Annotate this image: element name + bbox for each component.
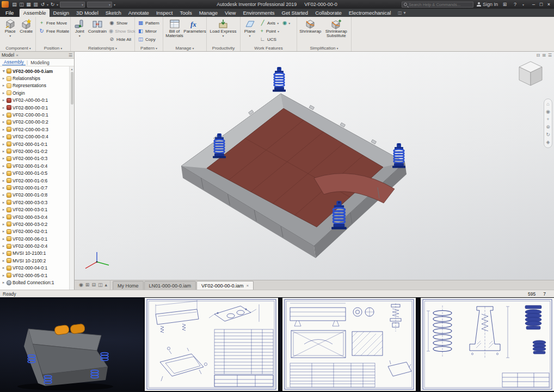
tree-item[interactable]: VF02-A00-00-0:1 (0, 97, 74, 104)
bill-of-materials-button[interactable]: Bill of Materials (165, 18, 184, 39)
expand-arrow-icon[interactable] (2, 266, 5, 270)
close-tab-icon[interactable]: × (247, 283, 249, 288)
tree-item[interactable]: VF02-000-01-0:4 (0, 162, 74, 169)
plane-button[interactable]: Plane ▾ (242, 18, 257, 38)
inventor-logo-icon[interactable] (2, 1, 9, 8)
document-tab[interactable]: VF02-000-00-0.iam × (196, 281, 254, 290)
expand-arrow-icon[interactable] (2, 164, 5, 168)
expand-arrow-icon[interactable] (2, 273, 5, 278)
expand-arrow-icon[interactable] (2, 91, 5, 95)
ribbon-tab[interactable]: Assemble (20, 9, 50, 17)
tree-item[interactable]: VF02-000-01-0:6 (0, 177, 74, 184)
component-panel-label[interactable]: Component▾ (1, 46, 35, 51)
expand-arrow-icon[interactable] (2, 222, 5, 226)
tree-item[interactable]: MVSI 10-2100:1 (0, 250, 74, 257)
tile-grid-icon[interactable]: ⊞ (85, 282, 90, 287)
point-button[interactable]: + Point ▾ (258, 27, 280, 35)
ribbon-tab[interactable]: Tools (176, 9, 195, 17)
ribbon-tab[interactable]: Environments (239, 9, 278, 17)
redo-dropdown-icon[interactable]: ▾ (57, 3, 58, 7)
expand-arrow-icon[interactable] (2, 134, 5, 139)
scrollbar-thumb[interactable] (71, 72, 73, 105)
tree-item[interactable]: VF02-000-04-0:1 (0, 265, 74, 272)
ribbon-tab[interactable]: Annotate (125, 9, 152, 17)
tree-item[interactable]: VF02-B00-00-0:1 (0, 104, 74, 111)
tree-item[interactable]: VF02-000-01-0:1 (0, 140, 74, 148)
expand-arrow-icon[interactable] (2, 251, 5, 255)
document-tab[interactable]: LN01-000-00-0.iam (144, 281, 196, 290)
help-icon[interactable]: ? (512, 1, 519, 8)
create-button[interactable]: Create (19, 18, 34, 34)
expand-arrow-icon[interactable] (2, 76, 5, 81)
ribbon-tab[interactable]: Collaborate (312, 9, 346, 17)
expand-arrow-icon[interactable] (2, 69, 5, 74)
steering-wheel-icon[interactable]: ◉ (546, 109, 550, 114)
tree-item[interactable]: VF02-C00-00-0:2 (0, 119, 74, 126)
zoom-icon[interactable]: ⊕ (546, 125, 550, 130)
pattern-panel-label[interactable]: Pattern▾ (135, 46, 163, 51)
load-express-button[interactable]: Load Express ▾ (208, 18, 238, 38)
appearance-combobox[interactable]: ▾ (87, 2, 112, 8)
joint-button[interactable]: Joint ▾ (72, 18, 87, 38)
3d-viewport-canvas[interactable] (75, 52, 554, 280)
tree-item[interactable]: VF02-000-05-0:1 (0, 272, 74, 279)
tree-item[interactable]: Bolted Connection:1 (0, 279, 74, 286)
place-dropdown-icon[interactable]: ▾ (9, 34, 11, 38)
ribbon-tab[interactable]: Design (50, 9, 73, 17)
home-view-icon[interactable]: ⌂ (546, 102, 549, 107)
ribbon-tab[interactable]: Manage (195, 9, 221, 17)
close-button[interactable]: × (545, 1, 552, 8)
maximize-button[interactable]: □ (538, 1, 545, 8)
tree-item[interactable]: VF02-C00-00-0:4 (0, 133, 74, 140)
tile-split-icon[interactable]: ⊟ (91, 282, 96, 287)
tree-item[interactable]: VF02-000-03-0:3 (0, 199, 74, 206)
point-flyout-button[interactable]: ◉ ▾ (281, 19, 291, 27)
ribbon-tab[interactable]: 3D Model (73, 9, 102, 17)
tree-item[interactable]: VF02-C00-00-0:1 (0, 111, 74, 118)
search-input[interactable] (409, 2, 471, 7)
ribbon-tab[interactable]: Inspect (152, 9, 176, 17)
tree-item[interactable]: VF02-000-01-0:7 (0, 184, 74, 191)
expand-arrow-icon[interactable] (2, 244, 5, 248)
rendered-model-image[interactable] (0, 297, 143, 392)
ribbon-tab[interactable]: Electromechanical (345, 9, 395, 17)
expand-arrow-icon[interactable] (2, 229, 5, 234)
expand-arrow-icon[interactable] (2, 83, 5, 88)
show-button[interactable]: ◉ Show (108, 19, 133, 27)
tree-item[interactable]: VF02-000-03-0:4 (0, 213, 74, 220)
tree-item[interactable]: VF02-000-06-0:1 (0, 235, 74, 242)
ribbon-tab[interactable]: Get Started (278, 9, 312, 17)
browser-close-icon[interactable]: × (16, 53, 19, 58)
expand-arrow-icon[interactable] (2, 237, 5, 241)
orbit-icon[interactable]: ↻ (546, 132, 550, 137)
view-cube[interactable] (516, 59, 545, 89)
pattern-button[interactable]: ▦ Pattern (137, 19, 161, 27)
tree-item[interactable]: VF02-000-02-0:4 (0, 242, 74, 249)
expand-arrow-icon[interactable] (2, 179, 5, 183)
manage-panel-label[interactable]: Manage▾ (163, 46, 206, 51)
expand-arrow-icon[interactable] (2, 149, 5, 154)
joint-dropdown-icon[interactable]: ▾ (79, 34, 81, 38)
tab-assembly[interactable]: Assembly (2, 59, 26, 65)
expand-arrow-icon[interactable] (2, 280, 5, 285)
productivity-panel-label[interactable]: Productivity (207, 46, 240, 51)
expand-arrow-icon[interactable] (2, 200, 5, 205)
show-sick-button[interactable]: ◉ Show Sick (108, 27, 133, 35)
shrinkwrap-button[interactable]: Shrinkwrap (299, 18, 322, 34)
axis-button[interactable]: ╱ Axis ▾ (258, 19, 280, 27)
help-dropdown-icon[interactable]: ▾ (522, 3, 524, 7)
expand-arrow-icon[interactable] (2, 215, 5, 219)
hide-all-button[interactable]: ⊘ Hide All (108, 35, 133, 43)
expand-arrow-icon[interactable] (2, 127, 5, 132)
expand-arrow-icon[interactable] (2, 186, 5, 190)
help-search-box[interactable] (402, 2, 473, 8)
redo-icon[interactable]: ↻ (49, 1, 56, 8)
expand-arrow-icon[interactable] (2, 259, 5, 263)
expand-arrow-icon[interactable] (2, 120, 5, 124)
collapse-tabs-icon[interactable]: ▴ (104, 282, 107, 287)
look-at-icon[interactable]: ◈ (546, 140, 550, 145)
save-icon[interactable]: ▦ (25, 1, 32, 8)
tree-item[interactable]: Representations (0, 82, 74, 89)
tree-item[interactable]: VF02-000-03-0:1 (0, 206, 74, 213)
relationships-panel-label[interactable]: Relationships▾ (71, 46, 134, 51)
